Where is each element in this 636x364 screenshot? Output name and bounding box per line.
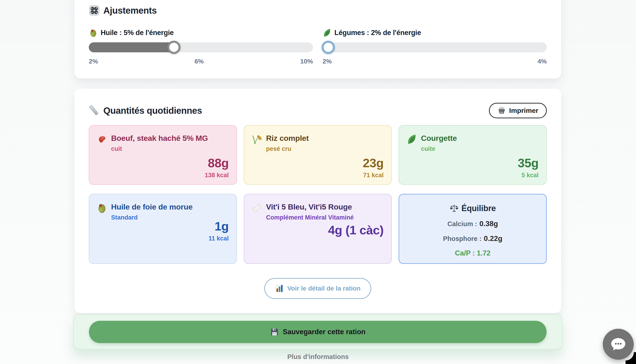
daily-header: Quantités quotidiennes Imprimer: [89, 103, 547, 118]
food-card-riz[interactable]: Riz complet pesé cru 23g 71 kcal: [244, 125, 392, 185]
food-card-boeuf[interactable]: Boeuf, steak haché 5% MG cuit 88g 138 kc…: [89, 125, 237, 185]
save-panel: Sauvegarder cette ration: [73, 314, 562, 350]
energy-value: 11 kcal: [209, 235, 229, 242]
adjustments-header: Ajustements: [89, 5, 547, 16]
food-card-subtitle: cuit: [111, 145, 208, 152]
more-info-link[interactable]: Plus d'informations: [0, 353, 636, 360]
oil-slider-ticks: 2% 6% 10%: [89, 58, 313, 65]
oil-slider[interactable]: [89, 42, 313, 52]
food-card-head: Riz complet pesé cru: [252, 134, 384, 152]
food-card-subtitle: Standard: [111, 214, 193, 221]
tick-label: 2%: [323, 58, 332, 65]
oil-slider-label: Huile : 5% de l'énergie: [101, 29, 174, 37]
balance-value: 0.38g: [479, 220, 498, 228]
daily-header-left: Quantités quotidiennes: [89, 105, 202, 116]
printer-icon: [497, 106, 506, 115]
bar-chart-icon: [275, 284, 284, 293]
print-button-label: Imprimer: [509, 107, 538, 114]
energy-value: 71 kcal: [363, 172, 384, 179]
energy-value: 5 kcal: [518, 172, 538, 179]
save-ration-button[interactable]: Sauvegarder cette ration: [89, 321, 546, 343]
food-card-quantity-block: 4g (1 càc): [328, 224, 384, 236]
food-card-title: Riz complet: [266, 134, 309, 143]
control-knobs-icon: [89, 5, 100, 16]
food-card-head: Huile de foie de morue Standard: [97, 202, 229, 221]
food-card-quantity-block: 35g 5 kcal: [518, 157, 538, 179]
food-card-titles: Courgette cuite: [421, 134, 457, 152]
oil-slider-group: Huile : 5% de l'énergie 2% 6% 10%: [89, 28, 313, 65]
vegetables-slider-group: Légumes : 2% de l'énergie 2% 4%: [323, 28, 547, 65]
food-card-quantity-block: 23g 71 kcal: [363, 157, 384, 179]
food-card-title: Huile de foie de morue: [111, 202, 193, 211]
adjustments-title: Ajustements: [103, 6, 157, 16]
tick-label: 6%: [194, 58, 204, 65]
olive-icon: [97, 202, 108, 214]
food-card-huile-foie-morue[interactable]: Huile de foie de morue Standard 1g 11 kc…: [89, 194, 237, 264]
food-card-subtitle: Complément Minéral Vitaminé: [266, 214, 354, 221]
balance-row-calcium: Calcium : 0.38g: [447, 220, 498, 228]
quantity-value: 88g: [205, 157, 229, 169]
vegetables-slider-label: Légumes : 2% de l'énergie: [334, 29, 421, 37]
balance-card: Équilibre Calcium : 0.38g Phosphore : 0.…: [399, 194, 547, 264]
leafy-green-icon: [323, 28, 332, 37]
balance-title: Équilibre: [461, 204, 496, 213]
quantity-value: 23g: [363, 157, 384, 169]
rice-icon: [252, 134, 262, 145]
food-card-courgette[interactable]: Courgette cuite 35g 5 kcal: [399, 125, 547, 185]
tick-label: 2%: [89, 58, 98, 65]
quantity-value: 35g: [518, 157, 538, 169]
oil-slider-fill: [89, 42, 174, 52]
balance-value: 0.22g: [484, 234, 502, 243]
page: Ajustements Huile : 5% de l'énergie: [0, 0, 636, 364]
energy-value: 138 kcal: [205, 172, 229, 179]
food-card-quantity-block: 88g 138 kcal: [205, 157, 229, 179]
oil-slider-label-row: Huile : 5% de l'énergie: [89, 28, 313, 37]
food-cards-grid: Boeuf, steak haché 5% MG cuit 88g 138 kc…: [89, 125, 547, 264]
balance-scale-icon: [450, 204, 459, 213]
adjustments-section: Ajustements Huile : 5% de l'énergie: [75, 0, 561, 78]
floppy-disk-icon: [270, 327, 279, 336]
vegetables-slider[interactable]: [323, 42, 547, 52]
balance-label: Calcium :: [447, 220, 477, 228]
tick-label: 4%: [538, 58, 547, 65]
oil-slider-thumb[interactable]: [167, 41, 181, 54]
food-card-title: Boeuf, steak haché 5% MG: [111, 134, 208, 143]
food-card-head: Boeuf, steak haché 5% MG cuit: [97, 134, 229, 152]
vegetables-slider-ticks: 2% 4%: [323, 58, 547, 65]
food-card-titles: Vit'i 5 Bleu, Vit'i5 Rouge Complément Mi…: [266, 202, 354, 221]
daily-quantities-section: Quantités quotidiennes Imprimer: [75, 89, 561, 313]
balance-label: Phosphore :: [443, 235, 481, 242]
detail-button-wrap: Voir le détail de la ration: [89, 278, 547, 299]
food-card-titles: Riz complet pesé cru: [266, 134, 309, 152]
food-card-subtitle: pesé cru: [266, 145, 309, 152]
view-ration-detail-label: Voir le détail de la ration: [287, 285, 361, 292]
balance-ratio: Ca/P : 1.72: [455, 249, 490, 257]
sliders-row: Huile : 5% de l'énergie 2% 6% 10%: [89, 28, 547, 65]
food-card-viti5[interactable]: Vit'i 5 Bleu, Vit'i5 Rouge Complément Mi…: [244, 194, 392, 264]
save-ration-label: Sauvegarder cette ration: [283, 328, 366, 336]
food-card-quantity-block: 1g 11 kcal: [209, 220, 229, 242]
chat-bubble-icon: [608, 334, 628, 354]
food-card-titles: Boeuf, steak haché 5% MG cuit: [111, 134, 208, 152]
olive-icon: [89, 28, 98, 37]
corner-decoration: [625, 352, 636, 364]
food-card-head: Vit'i 5 Bleu, Vit'i5 Rouge Complément Mi…: [252, 202, 384, 221]
ruler-icon: [89, 105, 100, 116]
bone-icon: [252, 202, 262, 214]
food-card-subtitle: cuite: [421, 145, 457, 152]
leafy-green-icon: [406, 134, 417, 145]
vegetables-slider-thumb[interactable]: [322, 41, 335, 54]
vegetables-slider-label-row: Légumes : 2% de l'énergie: [323, 28, 547, 37]
food-card-title: Vit'i 5 Bleu, Vit'i5 Rouge: [266, 202, 354, 211]
daily-title: Quantités quotidiennes: [103, 106, 202, 116]
view-ration-detail-button[interactable]: Voir le détail de la ration: [264, 278, 371, 299]
balance-row-phosphore: Phosphore : 0.22g: [443, 234, 502, 243]
balance-title-row: Équilibre: [450, 204, 496, 213]
food-card-head: Courgette cuite: [406, 134, 539, 152]
food-card-titles: Huile de foie de morue Standard: [111, 202, 193, 221]
quantity-value: 1g: [209, 220, 229, 232]
print-button[interactable]: Imprimer: [489, 103, 547, 118]
food-card-title: Courgette: [421, 134, 457, 143]
quantity-value: 4g (1 càc): [328, 224, 384, 236]
steak-icon: [97, 134, 108, 145]
